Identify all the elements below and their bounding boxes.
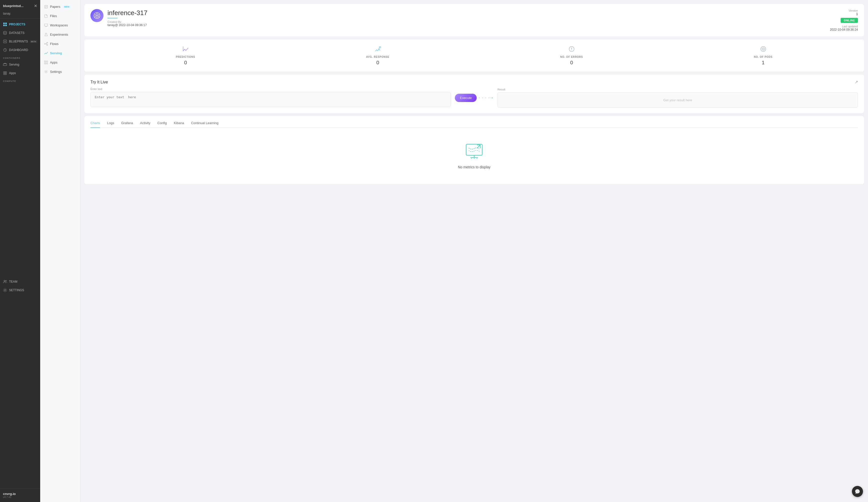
metric-predictions: PREDICTIONS 0 (176, 45, 195, 65)
blueprints-badge: BETA (30, 40, 37, 43)
sidebar-item-team[interactable]: TEAM (0, 277, 40, 286)
sidebar-item-blueprints[interactable]: BLUEPRINTS BETA (0, 37, 40, 46)
sidebar-header: blueprintsd... ✕ (0, 0, 40, 11)
sidebar-close-icon[interactable]: ✕ (34, 3, 37, 8)
svg-rect-11 (5, 73, 7, 75)
svg-point-27 (379, 47, 381, 48)
svg-rect-22 (46, 63, 48, 64)
arrow-dashes: - - - -➝ (479, 96, 493, 100)
svg-point-13 (6, 280, 7, 281)
svg-point-26 (96, 15, 98, 16)
svg-rect-15 (44, 24, 48, 26)
sidebar-item-projects[interactable]: PROJECTS (0, 20, 40, 29)
execute-area: Execute - - - -➝ (451, 94, 497, 102)
apps-icon (3, 71, 7, 75)
svg-rect-0 (3, 23, 5, 24)
sidebar-item-dashboard[interactable]: DASHBOARD (0, 46, 40, 54)
second-nav-workspaces[interactable]: Workspaces (40, 21, 80, 30)
text-input[interactable] (90, 92, 451, 107)
input-section: Enter text (90, 88, 451, 108)
main-content: inference-317 Created By tanay@ 2022-10-… (80, 0, 868, 502)
experiments-icon (44, 33, 48, 37)
last-updated-value: 2022-10-04 09:36:24 (830, 28, 858, 31)
team-label: TEAM (9, 280, 17, 284)
second-apps-icon (44, 61, 48, 64)
experiments-label: Experiments (50, 33, 68, 37)
pods-value: 1 (754, 60, 772, 65)
papers-icon (44, 5, 48, 9)
tab-charts[interactable]: Charts (90, 121, 100, 128)
sidebar-item-containers-apps[interactable]: Apps (0, 69, 40, 78)
expand-icon[interactable]: ↗ (855, 80, 858, 84)
sidebar-item-containers-serving[interactable]: Serving (0, 60, 40, 69)
svg-point-32 (763, 49, 764, 50)
metric-no-of-errors: NO. OF ERRORS 0 (560, 45, 583, 65)
flows-icon (44, 42, 48, 46)
second-nav-serving[interactable]: Serving (40, 49, 80, 58)
result-placeholder: Get your result here (663, 98, 692, 102)
predictions-value: 0 (176, 60, 195, 65)
tab-grafana[interactable]: Grafana (121, 121, 133, 128)
execute-button[interactable]: Execute (455, 94, 477, 102)
no-metrics-text: No metrics to display (458, 165, 490, 169)
svg-point-29 (571, 50, 572, 50)
kubernetes-icon (93, 12, 101, 19)
files-icon (44, 14, 48, 18)
svg-point-23 (46, 71, 47, 72)
second-nav-settings[interactable]: Settings (40, 67, 80, 76)
no-metrics-section: No metrics to display (90, 133, 858, 179)
workspaces-icon (44, 23, 48, 27)
service-underline (107, 18, 117, 18)
pods-label: NO. OF PODS (754, 55, 772, 58)
dashboard-icon (3, 48, 7, 52)
charts-card: Charts Logs Grafana Activity Config Kiba… (84, 116, 864, 184)
header-info: inference-317 Created By tanay@ 2022-10-… (107, 9, 826, 27)
tab-continual-learning[interactable]: Continual Learning (191, 121, 218, 128)
last-updated-section: Last updated 2022-10-04 09:36:24 (830, 25, 858, 31)
svg-rect-20 (46, 61, 48, 62)
enter-text-label: Enter text (90, 88, 451, 91)
sidebar: blueprintsd... ✕ tanay. PROJECTS DATASET… (0, 0, 40, 502)
errors-icon (560, 45, 583, 53)
grid-icon (3, 22, 7, 27)
chat-button[interactable] (852, 486, 863, 497)
second-nav-experiments[interactable]: Experiments (40, 30, 80, 39)
metric-no-of-pods: NO. OF PODS 1 (754, 45, 772, 65)
result-area: Get your result here (497, 92, 858, 107)
second-nav-apps[interactable]: Apps (40, 58, 80, 67)
datasets-label: DATASETS (9, 31, 24, 35)
svg-point-14 (4, 289, 6, 291)
service-icon (90, 9, 103, 22)
header-meta: Version 1 ONLINE Last updated 2022-10-04… (830, 9, 858, 31)
predictions-icon (176, 45, 195, 53)
result-label: Result (497, 88, 858, 91)
tab-logs[interactable]: Logs (107, 121, 114, 128)
svg-point-12 (4, 280, 5, 281)
chat-icon (855, 489, 860, 494)
svg-rect-19 (44, 61, 46, 62)
second-nav: Papers NEW Files Workspaces Experiments … (40, 0, 80, 502)
svg-point-4 (3, 31, 7, 33)
brand-name: cnvrg.io (3, 492, 37, 496)
container-serving-icon (3, 63, 7, 66)
second-nav-files[interactable]: Files (40, 11, 80, 21)
try-live-card: Try It Live ↗ Enter text Execute - - - -… (84, 75, 864, 113)
svg-rect-8 (3, 72, 5, 73)
version-section: Version 1 (849, 9, 858, 16)
svg-rect-33 (466, 144, 482, 155)
containers-apps-label: Apps (9, 71, 16, 75)
created-by-value: tanay@ 2022-10-04 09:36:17 (107, 23, 826, 27)
sidebar-item-settings[interactable]: SETTINGS (0, 286, 40, 295)
dashboard-label: DASHBOARD (9, 48, 28, 52)
avg-response-icon (366, 45, 389, 53)
svg-rect-7 (3, 64, 7, 65)
second-nav-papers[interactable]: Papers NEW (40, 2, 80, 11)
sidebar-item-datasets[interactable]: DATASETS (0, 29, 40, 37)
svg-rect-2 (3, 24, 5, 26)
svg-point-35 (474, 158, 475, 159)
tab-kibana[interactable]: Kibana (174, 121, 184, 128)
status-badge: ONLINE (841, 18, 858, 23)
tab-config[interactable]: Config (157, 121, 167, 128)
second-nav-flows[interactable]: Flows (40, 39, 80, 49)
tab-activity[interactable]: Activity (140, 121, 150, 128)
